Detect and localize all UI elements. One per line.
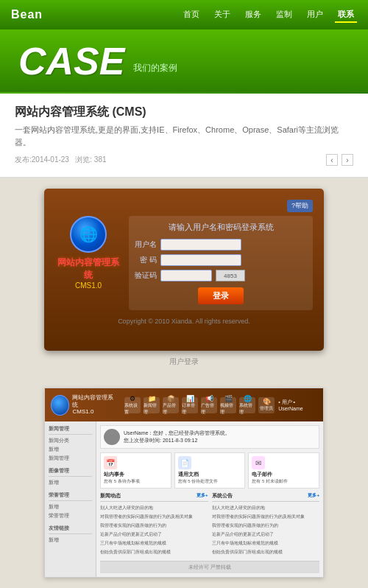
cms-title: 网站内容管理系统 <box>55 256 121 281</box>
sidebar-image-section: 图像管理 新增 <box>49 467 92 487</box>
announce-item[interactable]: 我管理者实现的问题所做的行为的 <box>212 522 320 531</box>
case-navigation: ‹ › <box>326 154 353 166</box>
cms-version: CMS1.0 <box>75 281 102 290</box>
card-email-icon: ✉ <box>252 456 265 469</box>
announce-item[interactable]: 创始负责供应部门所组成出现的规模 <box>212 548 320 557</box>
password-row: 密 码 <box>135 254 307 266</box>
screenshot-area: ?帮助 🌐 网站内容管理系统 CMS1.0 请输入用户名和密码登录系统 用户名 … <box>0 178 368 378</box>
sidebar-image-title: 图像管理 <box>49 467 92 477</box>
nav-home[interactable]: 首页 <box>180 7 202 23</box>
dashboard-nav-icons: ⚙系统设置 📁新闻管理 📦产品管理 📊订单管理 📢广告管理 🎬视频管理 🌐系统管… <box>124 397 275 413</box>
announce-item[interactable]: 对我管理者的实际问题所做的行为的及相关对象 <box>212 513 320 522</box>
sidebar-news-title: 新闻管理 <box>49 425 92 435</box>
card-tasks-icon: 📅 <box>104 456 117 469</box>
prev-button[interactable]: ‹ <box>326 154 338 166</box>
username-label: 用户名 <box>135 239 157 250</box>
sidebar-news-add[interactable]: 新增 <box>49 445 92 454</box>
news-col-1: 新闻动态 更多+ 别人大吃进入研究的目的地 对我管理者的实际问题所做的行为的及相… <box>100 492 208 557</box>
card-email: ✉ 电子邮件 您有 5 封未读邮件 <box>248 452 319 489</box>
news-item[interactable]: 近新产品介绍的更新正式启动了 <box>100 531 208 539</box>
sidebar-image-add[interactable]: 新增 <box>49 478 92 487</box>
dash-nav-products[interactable]: 📦产品管理 <box>163 397 179 413</box>
dash-nav-video[interactable]: 🎬视频管理 <box>220 397 236 413</box>
sidebar-honor-title: 荣誉管理 <box>49 491 92 501</box>
sidebar-news-section: 新闻管理 新闻分类 新增 新闻管理 <box>49 425 92 463</box>
password-label: 密 码 <box>135 255 157 265</box>
dashboard-footer: 未经许可 严禁转载 <box>100 561 319 573</box>
news-more-link-2[interactable]: 更多+ <box>308 492 319 500</box>
dash-nav-admin[interactable]: 🎨管理员 <box>258 397 275 413</box>
sidebar-honor-add[interactable]: 新增 <box>49 503 92 511</box>
sidebar-link-add[interactable]: 新增 <box>49 536 92 545</box>
news-col-2-header: 系统公告 更多+ <box>212 492 320 502</box>
announce-item[interactable]: 近新产品介绍的更新正式启动了 <box>212 531 320 539</box>
news-item[interactable]: 三只有中场地规划标准规范的规模 <box>100 539 208 548</box>
sidebar-news-category[interactable]: 新闻分类 <box>49 436 92 445</box>
news-col-2: 系统公告 更多+ 别人大吃进入研究的目的地 对我管理者的实际问题所做的行为的及相… <box>212 492 320 557</box>
dash-nav-system[interactable]: 🌐系统管理 <box>239 397 255 413</box>
username-row: 用户名 <box>135 239 307 251</box>
case-date-views: 发布:2014-01-23 浏览: 381 <box>15 155 107 165</box>
sidebar-news-manage[interactable]: 新闻管理 <box>49 454 92 463</box>
dash-nav-news[interactable]: 📁新闻管理 <box>144 397 160 413</box>
news-item[interactable]: 别人大吃进入研究的目的地 <box>100 504 208 513</box>
hero-title: CASE <box>18 42 124 80</box>
welcome-text: UserName：您好，您已经登录内容管理系统。 您上次登录时间: 2011-8… <box>124 430 230 444</box>
announce-item[interactable]: 别人大吃进入研究的目的地 <box>212 504 320 513</box>
login-button[interactable]: 登录 <box>198 287 244 304</box>
hero-subtitle: 我们的案例 <box>133 62 177 74</box>
login-form-title: 请输入用户名和密码登录系统 <box>135 222 307 233</box>
case-meta: 发布:2014-01-23 浏览: 381 ‹ › <box>15 154 353 166</box>
next-button[interactable]: › <box>342 154 353 166</box>
dashboard-logo-text: 网站内容管理系统 CMS1.0 <box>72 394 115 416</box>
case-title: 网站内容管理系统 (CMS) <box>15 105 353 120</box>
dashboard-logo-img <box>51 395 69 416</box>
dashboard-main: UserName：您好，您已经登录内容管理系统。 您上次登录时间: 2011-8… <box>96 421 323 577</box>
cms-copyright: Copyright © 2010 Xianda. All rights rese… <box>55 318 313 325</box>
password-input[interactable] <box>160 254 241 266</box>
captcha-row: 验证码 4853 <box>135 270 307 281</box>
cms-login-mockup: ?帮助 🌐 网站内容管理系统 CMS1.0 请输入用户名和密码登录系统 用户名 … <box>44 189 324 351</box>
sidebar-honor-section: 荣誉管理 新增 荣誉管理 <box>49 491 92 520</box>
captcha-label: 验证码 <box>135 270 157 281</box>
dashboard-sidebar: 新闻管理 新闻分类 新增 新闻管理 图像管理 新增 荣誉管理 新增 荣誉管理 友… <box>45 421 96 577</box>
card-docs-icon: 📄 <box>178 456 191 469</box>
captcha-image: 4853 <box>216 270 245 281</box>
card-docs: 📄 通用文档 您有 5 份待处理文件 <box>174 452 246 489</box>
user-avatar <box>104 429 120 445</box>
main-nav: 首页 关于 服务 监制 用户 联系 <box>180 7 357 23</box>
case-desc: 一套网站内容管理系统,更是的界面,支持IE、Firefox、Chrome、Opr… <box>15 124 353 148</box>
cms-logo-icon: 🌐 <box>70 216 107 253</box>
captcha-input[interactable] <box>160 270 212 281</box>
dashboard-body: 新闻管理 新闻分类 新增 新闻管理 图像管理 新增 荣誉管理 新增 荣誉管理 友… <box>45 421 323 577</box>
case-section: 网站内容管理系统 (CMS) 一套网站内容管理系统,更是的界面,支持IE、Fir… <box>0 94 368 178</box>
username-input[interactable] <box>160 239 241 251</box>
announce-item[interactable]: 三只有中场地规划标准规范的规模 <box>212 539 320 548</box>
nav-service[interactable]: 服务 <box>242 7 264 23</box>
dashboard-logo: 网站内容管理系统 CMS1.0 <box>51 394 115 416</box>
dash-nav-orders[interactable]: 📊订单管理 <box>182 397 198 413</box>
dash-nav-ads[interactable]: 📢广告管理 <box>201 397 217 413</box>
news-col-1-header: 新闻动态 更多+ <box>100 492 208 502</box>
news-sections: 新闻动态 更多+ 别人大吃进入研究的目的地 对我管理者的实际问题所做的行为的及相… <box>100 492 319 557</box>
sidebar-honor-manage[interactable]: 荣誉管理 <box>49 511 92 520</box>
hero-banner: CASE 我们的案例 <box>0 29 368 92</box>
dash-nav-settings[interactable]: ⚙系统设置 <box>124 397 141 413</box>
news-item[interactable]: 对我管理者的实际问题所做的行为的及相关对象 <box>100 513 208 522</box>
nav-about[interactable]: 关于 <box>211 7 233 23</box>
site-logo: Bean <box>11 8 43 21</box>
sidebar-link-section: 友情链接 新增 <box>49 525 92 545</box>
news-item[interactable]: 创始负责供应部门所组成出现的规模 <box>100 548 208 557</box>
nav-case[interactable]: 监制 <box>273 7 295 23</box>
news-more-link-1[interactable]: 更多+ <box>197 492 208 500</box>
dashboard-screenshot-area: 网站内容管理系统 CMS1.0 ⚙系统设置 📁新闻管理 📦产品管理 📊订单管理 … <box>0 378 368 588</box>
dashboard-cards: 📅 站内事务 您有 5 条待办事项 📄 通用文档 您有 5 份待处理文件 ✉ 电… <box>100 452 319 489</box>
news-item[interactable]: 我管理者实现的问题所做的行为的 <box>100 522 208 531</box>
nav-user[interactable]: 用户 <box>304 7 326 23</box>
site-header: Bean 首页 关于 服务 监制 用户 联系 <box>0 0 368 29</box>
cms-dashboard-mockup: 网站内容管理系统 CMS1.0 ⚙系统设置 📁新闻管理 📦产品管理 📊订单管理 … <box>44 388 324 578</box>
sidebar-link-title: 友情链接 <box>49 525 92 534</box>
welcome-banner: UserName：您好，您已经登录内容管理系统。 您上次登录时间: 2011-8… <box>100 425 319 449</box>
nav-contact[interactable]: 联系 <box>335 7 357 23</box>
help-button[interactable]: ?帮助 <box>287 200 313 212</box>
